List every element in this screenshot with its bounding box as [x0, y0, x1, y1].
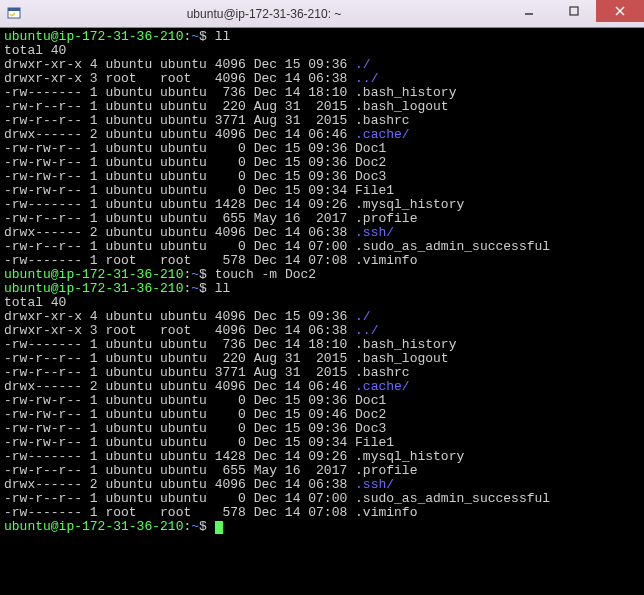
prompt-line: ubuntu@ip-172-31-36-210:~$ ll: [4, 30, 640, 44]
ls-row: -rw-rw-r-- 1 ubuntu ubuntu 0 Dec 15 09:3…: [4, 156, 640, 170]
svg-rect-3: [570, 7, 578, 15]
ls-row: -rw------- 1 ubuntu ubuntu 736 Dec 14 18…: [4, 86, 640, 100]
ls-row: -rw-rw-r-- 1 ubuntu ubuntu 0 Dec 15 09:4…: [4, 408, 640, 422]
output-line: total 40: [4, 44, 640, 58]
ls-row: -rw-r--r-- 1 ubuntu ubuntu 0 Dec 14 07:0…: [4, 240, 640, 254]
ls-row: -rw-rw-r-- 1 ubuntu ubuntu 0 Dec 15 09:3…: [4, 142, 640, 156]
ls-row: -rw------- 1 root root 578 Dec 14 07:08 …: [4, 254, 640, 268]
prompt-line: ubuntu@ip-172-31-36-210:~$: [4, 520, 640, 534]
ls-row: drwx------ 2 ubuntu ubuntu 4096 Dec 14 0…: [4, 226, 640, 240]
prompt-line: ubuntu@ip-172-31-36-210:~$ ll: [4, 282, 640, 296]
window-title: ubuntu@ip-172-31-36-210: ~: [22, 7, 506, 21]
ls-row: -rw-rw-r-- 1 ubuntu ubuntu 0 Dec 15 09:3…: [4, 184, 640, 198]
prompt-line: ubuntu@ip-172-31-36-210:~$ touch -m Doc2: [4, 268, 640, 282]
ls-row: -rw-r--r-- 1 ubuntu ubuntu 3771 Aug 31 2…: [4, 366, 640, 380]
ls-row: -rw-r--r-- 1 ubuntu ubuntu 0 Dec 14 07:0…: [4, 492, 640, 506]
ls-row: -rw-r--r-- 1 ubuntu ubuntu 3771 Aug 31 2…: [4, 114, 640, 128]
terminal-window: ubuntu@ip-172-31-36-210: ~ ubuntu@ip-172…: [0, 0, 644, 595]
ls-row: -rw-rw-r-- 1 ubuntu ubuntu 0 Dec 15 09:3…: [4, 422, 640, 436]
minimize-button[interactable]: [506, 0, 551, 22]
window-controls: [506, 0, 644, 27]
ls-row: drwxr-xr-x 4 ubuntu ubuntu 4096 Dec 15 0…: [4, 310, 640, 324]
ls-row: -rw------- 1 root root 578 Dec 14 07:08 …: [4, 506, 640, 520]
ls-row: drwxr-xr-x 3 root root 4096 Dec 14 06:38…: [4, 324, 640, 338]
ls-row: -rw-r--r-- 1 ubuntu ubuntu 655 May 16 20…: [4, 212, 640, 226]
ls-row: -rw-r--r-- 1 ubuntu ubuntu 220 Aug 31 20…: [4, 352, 640, 366]
ls-row: drwx------ 2 ubuntu ubuntu 4096 Dec 14 0…: [4, 478, 640, 492]
cursor: [215, 521, 223, 534]
titlebar[interactable]: ubuntu@ip-172-31-36-210: ~: [0, 0, 644, 28]
close-button[interactable]: [596, 0, 644, 22]
ls-row: -rw-rw-r-- 1 ubuntu ubuntu 0 Dec 15 09:3…: [4, 394, 640, 408]
ls-row: drwxr-xr-x 4 ubuntu ubuntu 4096 Dec 15 0…: [4, 58, 640, 72]
ls-row: -rw-r--r-- 1 ubuntu ubuntu 655 May 16 20…: [4, 464, 640, 478]
ls-row: -rw-r--r-- 1 ubuntu ubuntu 220 Aug 31 20…: [4, 100, 640, 114]
putty-icon: [6, 6, 22, 22]
ls-row: -rw------- 1 ubuntu ubuntu 1428 Dec 14 0…: [4, 450, 640, 464]
terminal-body[interactable]: ubuntu@ip-172-31-36-210:~$ lltotal 40drw…: [0, 28, 644, 595]
svg-rect-1: [8, 8, 20, 11]
ls-row: drwxr-xr-x 3 root root 4096 Dec 14 06:38…: [4, 72, 640, 86]
output-line: total 40: [4, 296, 640, 310]
ls-row: drwx------ 2 ubuntu ubuntu 4096 Dec 14 0…: [4, 128, 640, 142]
ls-row: -rw-rw-r-- 1 ubuntu ubuntu 0 Dec 15 09:3…: [4, 170, 640, 184]
maximize-button[interactable]: [551, 0, 596, 22]
ls-row: drwx------ 2 ubuntu ubuntu 4096 Dec 14 0…: [4, 380, 640, 394]
ls-row: -rw------- 1 ubuntu ubuntu 1428 Dec 14 0…: [4, 198, 640, 212]
ls-row: -rw------- 1 ubuntu ubuntu 736 Dec 14 18…: [4, 338, 640, 352]
ls-row: -rw-rw-r-- 1 ubuntu ubuntu 0 Dec 15 09:3…: [4, 436, 640, 450]
